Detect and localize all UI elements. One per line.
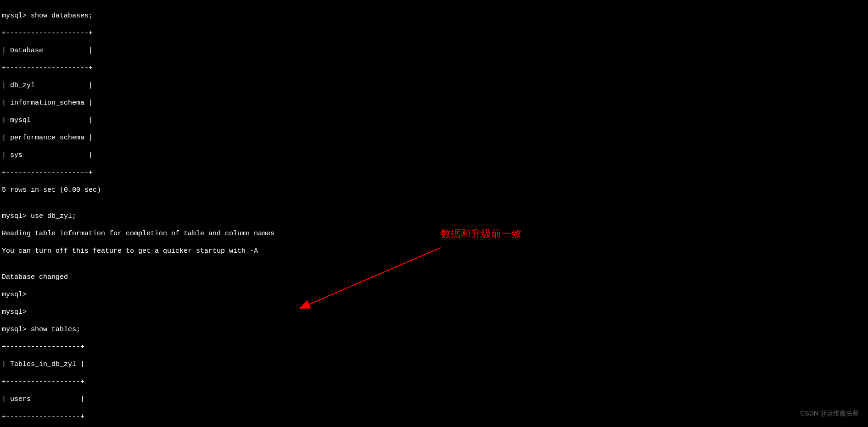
empty-prompt: mysql> bbox=[2, 290, 866, 299]
prompt-line: mysql> use db_zyl; bbox=[2, 212, 866, 221]
db-border: +--------------------+ bbox=[2, 64, 866, 72]
command-show-databases: show databases; bbox=[31, 12, 93, 20]
db-row: | performance_schema | bbox=[2, 133, 866, 142]
mysql-prompt: mysql> bbox=[2, 212, 31, 220]
prompt-line: mysql> show databases; bbox=[2, 11, 866, 20]
tbl-row: | users | bbox=[2, 395, 866, 404]
result-msg: 5 rows in set (0.00 sec) bbox=[2, 186, 866, 194]
db-row: | db_zyl | bbox=[2, 81, 866, 90]
db-row: | information_schema | bbox=[2, 99, 866, 107]
db-row: | mysql | bbox=[2, 116, 866, 125]
command-show-tables: show tables; bbox=[31, 326, 80, 333]
prompt-line: mysql> show tables; bbox=[2, 325, 866, 334]
tbl-border: +------------------+ bbox=[2, 412, 866, 421]
tbl-border: +------------------+ bbox=[2, 377, 866, 386]
mysql-prompt: mysql> bbox=[2, 326, 31, 333]
empty-prompt: mysql> bbox=[2, 308, 866, 316]
db-row: | sys | bbox=[2, 151, 866, 160]
use-msg: Reading table information for completion… bbox=[2, 229, 866, 238]
terminal-output[interactable]: mysql> show databases; +----------------… bbox=[0, 0, 868, 427]
mysql-prompt: mysql> bbox=[2, 12, 31, 20]
tbl-header: | Tables_in_db_zyl | bbox=[2, 360, 866, 369]
tbl-border: +------------------+ bbox=[2, 343, 866, 351]
use-msg: You can turn off this feature to get a q… bbox=[2, 247, 866, 255]
db-border: +--------------------+ bbox=[2, 29, 866, 38]
db-header: | Database | bbox=[2, 46, 866, 55]
db-changed: Database changed bbox=[2, 273, 866, 282]
db-border: +--------------------+ bbox=[2, 168, 866, 177]
command-use-db: use db_zyl; bbox=[31, 212, 76, 220]
